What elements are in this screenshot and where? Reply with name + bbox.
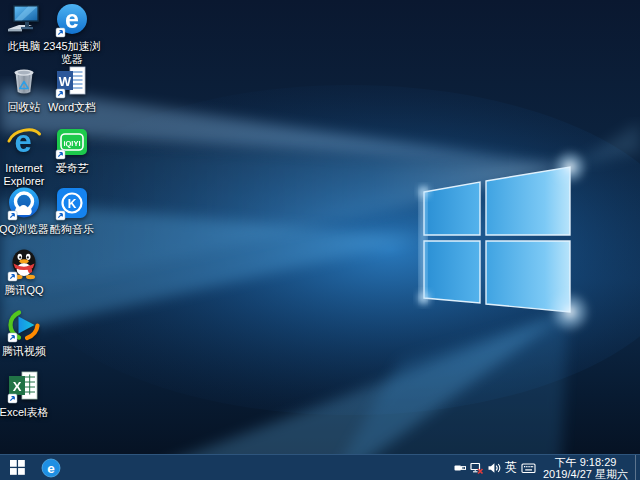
excel-icon: X bbox=[6, 368, 42, 404]
browser-e-icon: e bbox=[41, 458, 61, 478]
clock-time: 下午 9:18:29 bbox=[543, 456, 628, 468]
icon-label: Word文档 bbox=[48, 101, 96, 114]
icon-label: 腾讯QQ bbox=[4, 284, 43, 297]
svg-text:e: e bbox=[65, 5, 79, 33]
this-pc-icon bbox=[6, 2, 42, 38]
desktop[interactable]: 此电脑 e 2345加速浏览器 回收站 bbox=[0, 0, 640, 480]
volume-icon[interactable] bbox=[485, 455, 502, 480]
svg-text:K: K bbox=[68, 197, 77, 211]
icon-label: Excel表格 bbox=[0, 406, 48, 419]
icon-label: 酷狗音乐 bbox=[50, 223, 94, 236]
qq-browser-icon bbox=[6, 185, 42, 221]
svg-text:W: W bbox=[59, 74, 72, 89]
desktop-icon-excel[interactable]: X Excel表格 bbox=[0, 368, 58, 419]
shortcut-arrow-badge bbox=[8, 211, 17, 220]
windows-logo-icon bbox=[10, 460, 25, 475]
usb-device-icon[interactable] bbox=[451, 455, 468, 480]
network-status-icon[interactable] bbox=[468, 455, 485, 480]
shortcut-arrow-badge bbox=[8, 272, 17, 281]
usb-glyph-icon bbox=[453, 461, 467, 475]
shortcut-arrow-badge bbox=[56, 211, 65, 220]
desktop-icon-iqiyi[interactable]: iQIYI 爱奇艺 bbox=[38, 124, 106, 175]
internet-explorer-icon: e bbox=[6, 124, 42, 160]
icon-label: 此电脑 bbox=[8, 40, 41, 53]
icon-label: 腾讯视频 bbox=[2, 345, 46, 358]
desktop-icon-tencent-video[interactable]: 腾讯视频 bbox=[0, 307, 58, 358]
shortcut-arrow-badge bbox=[56, 28, 65, 37]
clock-date: 2019/4/27 星期六 bbox=[543, 468, 628, 480]
shortcut-arrow-badge bbox=[56, 89, 65, 98]
keyboard-glyph-icon bbox=[521, 461, 536, 475]
desktop-icon-tencent-qq[interactable]: 腾讯QQ bbox=[0, 246, 58, 297]
recycle-bin-icon bbox=[6, 63, 42, 99]
desktop-icon-word[interactable]: W Word文档 bbox=[38, 63, 106, 114]
taskbar-clock[interactable]: 下午 9:18:29 2019/4/27 星期六 bbox=[537, 455, 635, 480]
svg-text:X: X bbox=[13, 379, 22, 394]
browser-2345-icon: e bbox=[54, 2, 90, 38]
taskbar: e bbox=[0, 454, 640, 480]
system-tray: 英 下午 9:18:29 2019/4/27 星期六 bbox=[451, 455, 640, 480]
network-disconnected-glyph-icon bbox=[469, 461, 484, 475]
icon-label: 回收站 bbox=[8, 101, 41, 114]
iqiyi-icon: iQIYI bbox=[54, 124, 90, 160]
icon-label: 爱奇艺 bbox=[56, 162, 89, 175]
tencent-video-icon bbox=[6, 307, 42, 343]
word-icon: W bbox=[54, 63, 90, 99]
shortcut-arrow-badge bbox=[8, 394, 17, 403]
shortcut-arrow-badge bbox=[8, 333, 17, 342]
desktop-icon-browser-2345[interactable]: e 2345加速浏览器 bbox=[38, 2, 106, 66]
desktop-icon-kugou-music[interactable]: K 酷狗音乐 bbox=[38, 185, 106, 236]
svg-text:e: e bbox=[47, 460, 55, 475]
kugou-music-icon: K bbox=[54, 185, 90, 221]
show-desktop-button[interactable] bbox=[635, 455, 640, 480]
start-button[interactable] bbox=[0, 455, 34, 480]
touch-keyboard-icon[interactable] bbox=[520, 455, 537, 480]
shortcut-arrow-badge bbox=[56, 150, 65, 159]
browser-taskbar-icon[interactable]: e bbox=[34, 455, 68, 480]
tencent-qq-icon bbox=[6, 246, 42, 282]
svg-text:iQIYI: iQIYI bbox=[63, 139, 80, 148]
ime-indicator[interactable]: 英 bbox=[502, 459, 520, 476]
speaker-glyph-icon bbox=[487, 461, 501, 475]
